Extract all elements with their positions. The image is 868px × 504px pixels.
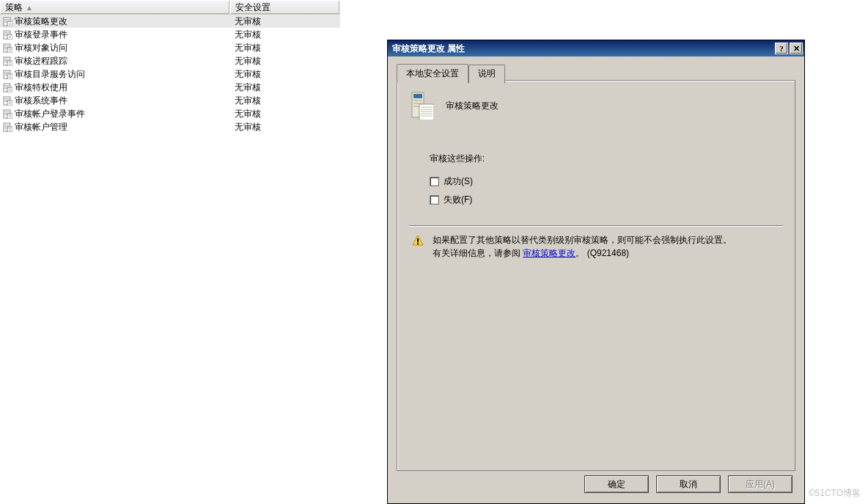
svg-rect-13: [9, 37, 11, 38]
tab-strip: 本地安全设置 说明: [397, 64, 795, 83]
audit-section-label: 审核这些操作:: [430, 153, 795, 165]
svg-rect-57: [4, 125, 10, 125]
svg-rect-34: [9, 77, 11, 78]
column-header-policy[interactable]: 策略 ▲: [0, 0, 230, 14]
svg-rect-55: [9, 117, 11, 117]
tab-explain[interactable]: 说明: [468, 65, 505, 84]
policy-value: 无审核: [235, 29, 261, 40]
policy-value: 无审核: [235, 43, 261, 53]
server-policy-icon: [409, 91, 434, 120]
tab-local-security-label: 本地安全设置: [406, 68, 459, 78]
tab-local-security[interactable]: 本地安全设置: [397, 64, 468, 83]
svg-rect-53: [7, 114, 12, 119]
column-header-setting[interactable]: 安全设置: [230, 0, 340, 14]
tab-explain-label: 说明: [478, 68, 496, 78]
cancel-button[interactable]: 取消: [656, 475, 721, 493]
table-row[interactable]: 审核系统事件无审核: [0, 94, 340, 107]
svg-rect-29: [4, 72, 10, 73]
policy-value: 无审核: [235, 69, 261, 79]
dialog-client: 本地安全设置 说明: [391, 59, 801, 500]
policy-item-icon: [3, 70, 12, 79]
policy-value: 无审核: [235, 82, 261, 92]
warning-icon: [412, 235, 424, 246]
policy-name: 审核策略更改: [15, 15, 67, 28]
svg-rect-25: [7, 61, 12, 66]
table-row[interactable]: 审核帐户管理无审核: [0, 120, 340, 134]
svg-rect-39: [7, 87, 12, 92]
apply-button[interactable]: 应用(A): [728, 475, 792, 493]
svg-rect-1: [4, 19, 10, 20]
table-row[interactable]: 审核特权使用无审核: [0, 81, 340, 94]
tab-page: 审核策略更改 审核这些操作: 成功(S) 失败(F): [397, 80, 795, 471]
help-icon: ?: [779, 44, 784, 53]
svg-rect-60: [7, 127, 12, 132]
svg-rect-50: [4, 112, 10, 112]
svg-rect-64: [413, 94, 422, 98]
policy-item-icon: [3, 43, 12, 53]
policy-name: 审核系统事件: [15, 95, 67, 107]
table-row[interactable]: 审核登录事件无审核: [0, 28, 340, 41]
ok-button[interactable]: 确定: [584, 475, 649, 493]
svg-rect-46: [7, 101, 12, 106]
svg-rect-48: [9, 103, 11, 104]
svg-rect-75: [417, 238, 419, 242]
close-button[interactable]: ✕: [790, 43, 803, 54]
svg-rect-41: [9, 90, 11, 91]
policy-item-icon: [3, 56, 12, 66]
policy-name: 审核进程跟踪: [15, 55, 67, 67]
policy-name: 审核对象访问: [15, 42, 67, 54]
svg-rect-61: [9, 128, 11, 129]
apply-button-label: 应用(A): [746, 478, 775, 491]
table-row[interactable]: 审核进程跟踪无审核: [0, 54, 340, 67]
policy-item-icon: [3, 109, 12, 119]
policy-name: 审核帐户管理: [15, 121, 67, 134]
note-line2-prefix: 有关详细信息，请参阅: [433, 248, 523, 258]
column-header-setting-label: 安全设置: [235, 1, 271, 14]
svg-rect-32: [7, 74, 12, 79]
dialog-titlebar[interactable]: 审核策略更改 属性 ? ✕: [388, 40, 804, 56]
policy-value: 无审核: [235, 109, 261, 119]
override-note: 如果配置了其他策略以替代类别级别审核策略，则可能不会强制执行此设置。 有关详细信…: [397, 226, 795, 260]
watermark: ©51CTO博客: [809, 487, 861, 500]
policy-item-icon: [3, 30, 12, 40]
policy-item-icon: [3, 17, 12, 26]
checkbox-success[interactable]: [430, 177, 439, 186]
checkbox-failure-row[interactable]: 失败(F): [430, 194, 795, 206]
svg-rect-20: [9, 51, 11, 51]
checkbox-success-row[interactable]: 成功(S): [430, 175, 795, 188]
properties-dialog: 审核策略更改 属性 ? ✕ 本地安全设置 说明: [387, 40, 805, 504]
dialog-buttons: 确定 取消 应用(A): [584, 475, 792, 493]
checkbox-success-label: 成功(S): [444, 175, 473, 188]
table-row[interactable]: 审核策略更改无审核: [0, 15, 340, 28]
policy-value: 无审核: [235, 56, 261, 66]
tab-control: 本地安全设置 说明: [397, 64, 795, 471]
svg-rect-36: [4, 85, 10, 86]
list-header: 策略 ▲ 安全设置: [0, 0, 340, 15]
svg-rect-40: [9, 89, 11, 90]
svg-rect-12: [9, 36, 11, 37]
help-button[interactable]: ?: [775, 43, 788, 54]
list-body: 审核策略更改无审核审核登录事件无审核审核对象访问无审核审核进程跟踪无审核审核目录…: [0, 15, 340, 134]
sort-asc-icon: ▲: [26, 4, 33, 12]
svg-rect-68: [419, 104, 434, 120]
svg-rect-27: [9, 64, 11, 65]
table-row[interactable]: 审核对象访问无审核: [0, 41, 340, 54]
svg-rect-4: [7, 21, 12, 26]
svg-rect-5: [9, 23, 11, 23]
column-header-policy-label: 策略: [5, 1, 23, 14]
checkbox-failure[interactable]: [430, 195, 439, 205]
policy-value: 无审核: [235, 122, 261, 132]
dialog-title: 审核策略更改 属性: [392, 43, 773, 55]
policy-item-icon: [3, 83, 12, 92]
note-link[interactable]: 审核策略更改: [523, 248, 575, 258]
ok-button-label: 确定: [608, 478, 625, 491]
table-row[interactable]: 审核帐户登录事件无审核: [0, 107, 340, 120]
table-row[interactable]: 审核目录服务访问无审核: [0, 67, 340, 81]
svg-rect-33: [9, 76, 11, 76]
svg-rect-76: [417, 243, 419, 244]
policy-list: 策略 ▲ 安全设置 审核策略更改无审核审核登录事件无审核审核对象访问无审核审核进…: [0, 0, 340, 504]
policy-name: 审核目录服务访问: [15, 68, 85, 81]
svg-rect-11: [7, 34, 12, 40]
svg-rect-22: [4, 59, 10, 59]
policy-value: 无审核: [235, 16, 261, 26]
